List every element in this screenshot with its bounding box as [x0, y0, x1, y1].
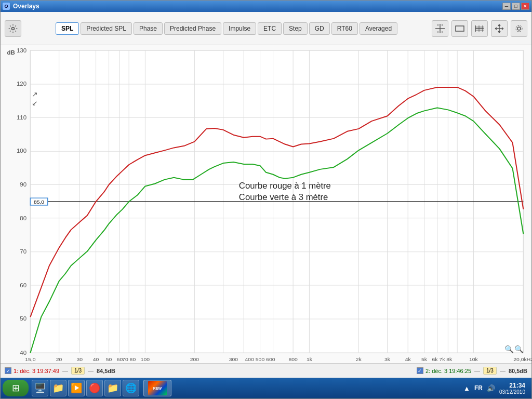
- svg-text:70: 70: [20, 248, 26, 255]
- crosshair-button[interactable]: [432, 20, 448, 37]
- grid-button[interactable]: [471, 20, 488, 37]
- chart-area: 130 120 110 100 90 80 70 60 50 40 dB: [1, 45, 531, 363]
- tray-up-arrow: ▲: [463, 384, 470, 392]
- taskbar-app-red[interactable]: 🔴: [86, 380, 103, 396]
- tab-impulse[interactable]: Impulse: [223, 22, 256, 35]
- svg-text:40: 40: [20, 350, 26, 356]
- close-button[interactable]: ✕: [521, 3, 529, 10]
- track1-label: 1: déc. 3 19:37:49: [14, 368, 59, 374]
- svg-text:30: 30: [76, 356, 83, 362]
- svg-text:50: 50: [106, 356, 112, 362]
- svg-text:80: 80: [20, 215, 26, 221]
- svg-text:↗: ↗: [32, 90, 37, 98]
- svg-text:50: 50: [20, 315, 26, 322]
- track2-db: 80,5dB: [509, 368, 527, 374]
- minimize-button[interactable]: ─: [502, 3, 511, 10]
- tab-predicted-spl[interactable]: Predicted SPL: [81, 22, 132, 35]
- gear-icon: [514, 23, 524, 34]
- tab-group: SPL Predicted SPL Phase Predicted Phase …: [23, 22, 430, 35]
- window-controls: ─ □ ✕: [502, 3, 529, 10]
- svg-text:110: 110: [17, 114, 26, 121]
- zoom-box-button[interactable]: [451, 20, 468, 37]
- tab-predicted-phase[interactable]: Predicted Phase: [164, 22, 221, 35]
- svg-rect-7: [456, 26, 464, 31]
- window-title: Overlays: [13, 3, 39, 10]
- title-bar: O Overlays ─ □ ✕: [1, 1, 531, 12]
- svg-text:2k: 2k: [356, 356, 362, 362]
- taskbar-apps: 🖥️ 📁 ▶️ 🔴 📁 🌐: [32, 380, 139, 396]
- chart-svg: 130 120 110 100 90 80 70 60 50 40 dB: [1, 45, 531, 363]
- tab-rt60[interactable]: RT60: [331, 22, 358, 35]
- tab-etc[interactable]: ETC: [258, 22, 282, 35]
- config-button[interactable]: [511, 20, 527, 37]
- settings-button[interactable]: [5, 20, 21, 37]
- tab-averaged[interactable]: Averaged: [360, 22, 397, 35]
- main-window: O Overlays ─ □ ✕ SPL Predicted SPL: [0, 0, 532, 399]
- zoom-box-icon: [455, 23, 465, 34]
- status-bar: ✓ 1: déc. 3 19:37:49 — 1/3 — 84,5dB ✓ 2:…: [1, 363, 531, 378]
- svg-text:90: 90: [20, 182, 26, 188]
- svg-text:4k: 4k: [405, 356, 411, 362]
- track2-fraction[interactable]: 1/3: [483, 367, 497, 375]
- app-content: SPL Predicted SPL Phase Predicted Phase …: [1, 12, 531, 378]
- svg-text:15,0: 15,0: [25, 356, 36, 362]
- svg-text:85,0: 85,0: [34, 199, 45, 205]
- track1-db: 84,5dB: [97, 368, 115, 374]
- svg-point-15: [516, 25, 522, 32]
- track2-label: 2: déc. 3 19:46:25: [425, 368, 471, 374]
- svg-text:3k: 3k: [384, 356, 391, 362]
- clock-date: 03/12/2010: [499, 389, 525, 395]
- svg-text:130: 130: [17, 47, 26, 54]
- grid-icon: [474, 23, 485, 34]
- tab-phase[interactable]: Phase: [134, 22, 163, 35]
- track2-checkbox[interactable]: ✓: [417, 367, 423, 374]
- toolbar: SPL Predicted SPL Phase Predicted Phase …: [1, 12, 531, 45]
- svg-text:1k: 1k: [307, 356, 313, 362]
- tray-language: FR: [474, 384, 483, 392]
- svg-text:70 80: 70 80: [122, 356, 136, 362]
- tray-clock: 21:34 03/12/2010: [499, 382, 525, 395]
- rew-logo: REW: [148, 381, 167, 395]
- svg-text:120: 120: [17, 81, 26, 87]
- annotation-line2: Courbe verte à 3 mètre: [239, 193, 328, 202]
- track2-status: ✓ 2: déc. 3 19:46:25 — 1/3 — 80,5dB: [417, 367, 527, 375]
- tab-spl[interactable]: SPL: [56, 22, 79, 35]
- clock-time: 21:34: [499, 382, 525, 389]
- move-button[interactable]: [491, 20, 508, 37]
- svg-text:🔍: 🔍: [514, 345, 524, 354]
- tab-gd[interactable]: GD: [309, 22, 330, 35]
- track1-status: ✓ 1: déc. 3 19:37:49 — 1/3 — 84,5dB: [5, 367, 115, 375]
- tray-sound-icon: 🔊: [487, 384, 495, 392]
- taskbar-app-media[interactable]: ▶️: [68, 380, 85, 396]
- taskbar-app-folder[interactable]: 📁: [50, 380, 66, 396]
- settings-icon: [8, 23, 18, 34]
- taskbar: ⊞ 🖥️ 📁 ▶️ 🔴 📁 🌐 REW: [1, 378, 531, 398]
- taskbar-app-explorer[interactable]: 🖥️: [32, 380, 48, 396]
- svg-text:60: 60: [20, 282, 26, 288]
- track1-fraction[interactable]: 1/3: [71, 367, 85, 375]
- svg-point-0: [12, 27, 15, 30]
- crosshair-icon: [435, 23, 445, 34]
- maximize-button[interactable]: □: [512, 3, 520, 10]
- svg-text:5k: 5k: [421, 356, 428, 362]
- tab-step[interactable]: Step: [283, 22, 308, 35]
- svg-text:40: 40: [93, 356, 99, 362]
- svg-text:200: 200: [190, 356, 200, 362]
- windows-logo: ⊞: [12, 382, 20, 394]
- svg-text:100: 100: [17, 148, 26, 154]
- move-icon: [494, 23, 504, 34]
- svg-point-14: [517, 27, 521, 30]
- track1-checkbox[interactable]: ✓: [5, 367, 11, 374]
- system-tray: ▲ FR 🔊 21:34 03/12/2010: [459, 382, 529, 395]
- rew-taskbar-button[interactable]: REW: [143, 380, 171, 396]
- window-icon: O: [3, 3, 10, 10]
- annotation-line1: Courbe rouge à 1 mètre: [239, 181, 331, 190]
- taskbar-app-firefox[interactable]: 🌐: [123, 380, 139, 396]
- taskbar-app-folder2[interactable]: 📁: [104, 380, 121, 396]
- svg-text:100: 100: [141, 356, 150, 362]
- svg-text:800: 800: [288, 356, 298, 362]
- svg-text:🔍: 🔍: [504, 345, 514, 354]
- start-button[interactable]: ⊞: [3, 380, 29, 396]
- svg-text:10k: 10k: [469, 356, 478, 362]
- svg-text:20: 20: [56, 356, 62, 362]
